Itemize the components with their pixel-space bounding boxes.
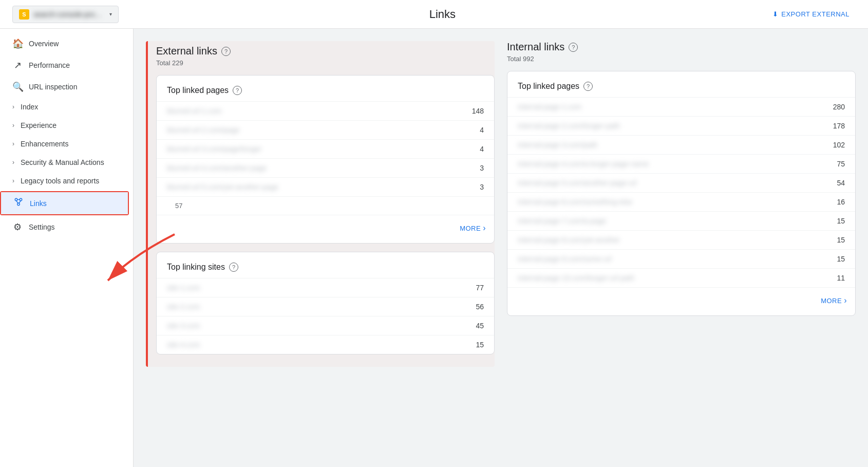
sidebar-item-performance[interactable]: ↗ Performance: [0, 54, 129, 76]
external-links-header: External links ? Total 229: [156, 45, 495, 67]
cards-grid: External links ? Total 229 Top linked pa…: [146, 41, 856, 367]
ext-linked-row-3: blurred-url-4.com/another-page 3: [157, 158, 494, 177]
sidebar-section-enhancements[interactable]: › Enhancements: [0, 135, 129, 153]
int-linked-row-6: internal-page-7.com/a-page 15: [507, 211, 855, 230]
ext-linked-row-4: blurred-url-5.com/yet-another-page 3: [157, 177, 494, 196]
external-links-total: Total 229: [156, 59, 495, 67]
ext-linking-row-2: site-3.com 45: [157, 316, 494, 335]
sidebar-item-settings[interactable]: ⚙ Settings: [0, 216, 129, 238]
external-top-linked-pages-card: Top linked pages ? blurred-url-1.com 148…: [156, 75, 495, 244]
chevron-right-icon-4: ›: [12, 159, 14, 166]
property-icon: S: [19, 9, 29, 20]
chevron-right-icon: ›: [12, 103, 14, 110]
export-label: EXPORT EXTERNAL: [781, 10, 850, 18]
ext-linked-row-0: blurred-url-1.com 148: [157, 101, 494, 120]
internal-links-column: Internal links ? Total 992 Top linked pa…: [507, 41, 856, 367]
chevron-right-icon-5: ›: [12, 177, 14, 184]
sidebar-section-experience[interactable]: › Experience: [0, 116, 129, 135]
ext-linked-row-1: blurred-url-2.com/page 4: [157, 120, 494, 139]
external-links-title: External links ?: [156, 45, 495, 57]
sidebar-section-legacy[interactable]: › Legacy tools and reports: [0, 172, 129, 190]
internal-top-linked-pages-card: Top linked pages ? internal-page-1.com 2…: [507, 71, 856, 316]
external-top-linked-pages-help-icon[interactable]: ?: [233, 86, 242, 95]
ext-linking-row-1: site-2.com 56: [157, 297, 494, 316]
search-icon: 🔍: [12, 81, 23, 92]
int-linked-row-7: internal-page-8.com/yet-another 15: [507, 230, 855, 249]
external-top-linking-sites-help-icon[interactable]: ?: [229, 263, 238, 272]
sidebar-item-overview-label: Overview: [29, 40, 59, 48]
ext-linking-row-3: site-4.com 15: [157, 335, 494, 354]
int-linked-more-button[interactable]: MORE ›: [819, 292, 849, 309]
int-linked-row-8: internal-page-9.com/some-url 15: [507, 249, 855, 268]
page-title: Links: [429, 8, 456, 21]
external-links-help-icon[interactable]: ?: [221, 47, 231, 56]
sidebar-item-url-inspection[interactable]: 🔍 URL inspection: [0, 76, 129, 98]
sidebar-section-index[interactable]: › Index: [0, 98, 129, 116]
ext-linking-row-0: site-1.com 77: [157, 278, 494, 297]
sidebar-section-enhancements-label: Enhancements: [21, 140, 68, 148]
external-top-linking-sites-card: Top linking sites ? site-1.com 77 site-2…: [156, 252, 495, 354]
external-links-column: External links ? Total 229 Top linked pa…: [146, 41, 495, 367]
external-top-linking-sites-title: Top linking sites ?: [157, 252, 494, 278]
int-linked-row-4: internal-page-5.com/another-page-url 54: [507, 173, 855, 192]
sidebar-section-security-label: Security & Manual Actions: [21, 158, 104, 166]
svg-point-0: [15, 198, 17, 201]
internal-links-total: Total 992: [507, 55, 856, 63]
sidebar-item-links-label: Links: [30, 199, 47, 208]
sidebar-item-settings-label: Settings: [29, 223, 55, 231]
ext-linked-footer: MORE ›: [157, 215, 494, 243]
links-highlight-box: Links: [0, 191, 129, 215]
topbar-left: S search-console-property.com ▾: [12, 6, 119, 23]
property-name: search-console-property.com: [33, 10, 105, 18]
chevron-right-more-icon-2: ›: [844, 296, 847, 305]
chevron-right-icon-2: ›: [12, 122, 14, 129]
chevron-right-icon-3: ›: [12, 140, 14, 147]
download-icon: ⬇: [772, 10, 779, 18]
external-top-linked-pages-title: Top linked pages ?: [157, 76, 494, 101]
internal-links-title: Internal links ?: [507, 41, 856, 53]
sidebar: 🏠 Overview ↗ Performance 🔍 URL inspectio…: [0, 29, 134, 467]
internal-links-header: Internal links ? Total 992: [507, 41, 856, 63]
settings-icon: ⚙: [12, 221, 23, 233]
internal-top-linked-pages-title: Top linked pages ?: [507, 71, 855, 97]
chevron-right-more-icon: ›: [483, 223, 486, 233]
sidebar-section-experience-label: Experience: [21, 121, 56, 129]
performance-icon: ↗: [12, 60, 23, 71]
sidebar-item-performance-label: Performance: [29, 61, 70, 69]
svg-point-1: [20, 198, 22, 201]
export-external-button[interactable]: ⬇ EXPORT EXTERNAL: [766, 6, 856, 22]
svg-line-3: [16, 201, 18, 203]
links-icon: [13, 197, 24, 209]
internal-top-linked-pages-help-icon[interactable]: ?: [583, 82, 593, 91]
int-linked-row-0: internal-page-1.com 280: [507, 97, 855, 116]
main-content: External links ? Total 229 Top linked pa…: [134, 29, 868, 467]
sidebar-item-links[interactable]: Links: [1, 192, 128, 214]
page-wrapper: 🏠 Overview ↗ Performance 🔍 URL inspectio…: [0, 29, 868, 467]
int-linked-footer: MORE ›: [507, 287, 855, 315]
ext-linked-extra: 57: [157, 196, 494, 215]
sidebar-section-legacy-label: Legacy tools and reports: [21, 177, 99, 185]
ext-linked-row-2: blurred-url-3.com/page/longer 4: [157, 139, 494, 158]
sidebar-item-overview[interactable]: 🏠 Overview: [0, 33, 129, 54]
svg-point-2: [17, 203, 20, 206]
sidebar-section-security[interactable]: › Security & Manual Actions: [0, 153, 129, 172]
int-linked-row-1: internal-page-2.com/longer-path 178: [507, 116, 855, 135]
topbar: S search-console-property.com ▾ Links ⬇ …: [0, 0, 868, 29]
int-linked-row-9: internal-page-10.com/longer-url-path 11: [507, 268, 855, 287]
int-linked-row-3: internal-page-4.com/a-longer-page-name 7…: [507, 154, 855, 173]
internal-links-help-icon[interactable]: ?: [569, 43, 578, 52]
property-selector[interactable]: S search-console-property.com ▾: [12, 6, 119, 23]
svg-line-4: [19, 201, 21, 203]
int-linked-row-5: internal-page-6.com/something-else 16: [507, 192, 855, 211]
int-linked-row-2: internal-page-3.com/path 102: [507, 135, 855, 154]
sidebar-item-url-inspection-label: URL inspection: [29, 83, 77, 91]
ext-linked-more-button[interactable]: MORE ›: [458, 219, 488, 237]
chevron-down-icon: ▾: [109, 11, 112, 17]
home-icon: 🏠: [12, 38, 23, 49]
topbar-right: ⬇ EXPORT EXTERNAL: [766, 6, 856, 22]
sidebar-section-index-label: Index: [21, 103, 38, 111]
